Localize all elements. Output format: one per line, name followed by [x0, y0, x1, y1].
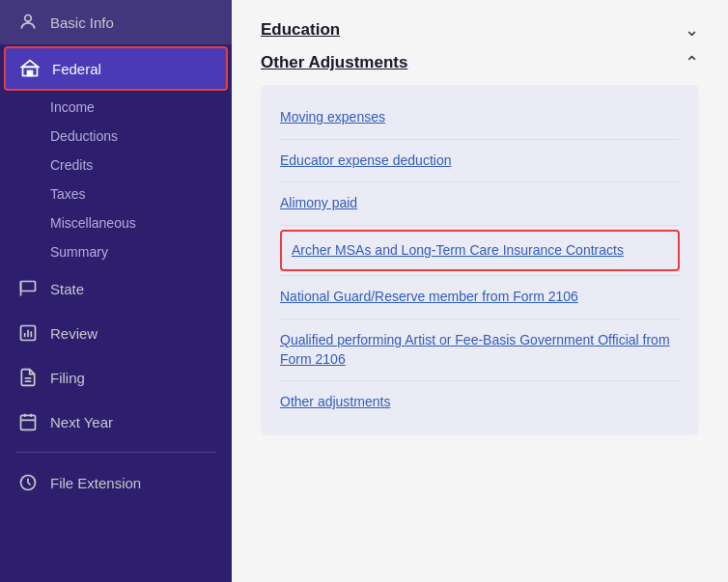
sidebar-item-next-year[interactable]: Next Year — [0, 400, 232, 444]
sidebar: Basic Info Federal Income Deductions Cre… — [0, 0, 232, 582]
moving-expenses-link[interactable]: Moving expenses — [280, 97, 680, 139]
sidebar-subitem-taxes[interactable]: Taxes — [50, 180, 232, 208]
education-section-header[interactable]: Education ⌄ — [261, 19, 699, 41]
sidebar-subitem-summary[interactable]: Summary — [50, 237, 232, 266]
svg-rect-4 — [21, 282, 36, 291]
education-title: Education — [261, 20, 340, 40]
svg-rect-3 — [31, 71, 33, 76]
other-adjustments-chevron-up-icon: ⌃ — [685, 52, 699, 73]
sidebar-item-review-label: Review — [50, 325, 98, 342]
sidebar-item-file-extension[interactable]: File Extension — [0, 460, 232, 505]
other-adjustments-link[interactable]: Other adjustments — [280, 381, 680, 424]
separator-3 — [280, 225, 680, 226]
sidebar-divider — [15, 452, 216, 453]
archer-msas-link[interactable]: Archer MSAs and Long-Term Care Insurance… — [280, 230, 680, 272]
sidebar-item-basic-info[interactable]: Basic Info — [0, 0, 232, 44]
sidebar-subitem-miscellaneous[interactable]: Miscellaneous — [50, 208, 232, 237]
person-icon — [17, 12, 39, 33]
alimony-paid-link[interactable]: Alimony paid — [280, 182, 680, 225]
sidebar-item-state[interactable]: State — [0, 266, 232, 311]
svg-rect-2 — [28, 71, 30, 76]
education-chevron-down-icon: ⌄ — [685, 19, 699, 41]
sidebar-subitem-deductions[interactable]: Deductions — [50, 122, 232, 151]
sidebar-item-state-label: State — [50, 281, 84, 297]
file-icon — [17, 367, 39, 388]
svg-rect-12 — [21, 415, 36, 430]
sidebar-item-review[interactable]: Review — [0, 311, 232, 355]
flag-icon — [17, 278, 39, 299]
sidebar-item-federal[interactable]: Federal — [4, 46, 228, 91]
sidebar-item-filing[interactable]: Filing — [0, 355, 232, 400]
other-adjustments-section-header[interactable]: Other Adjustments ⌃ — [261, 52, 699, 73]
sidebar-item-file-extension-label: File Extension — [50, 475, 141, 491]
other-adjustments-content: Moving expenses Educator expense deducti… — [261, 85, 699, 435]
sidebar-item-filing-label: Filing — [50, 370, 85, 386]
main-content: Education ⌄ Other Adjustments ⌃ Moving e… — [232, 0, 728, 582]
educator-expense-link[interactable]: Educator expense deduction — [280, 140, 680, 182]
sidebar-subitem-credits[interactable]: Credits — [50, 151, 232, 180]
building-icon — [19, 58, 41, 79]
national-guard-link[interactable]: National Guard/Reserve member from Form … — [280, 276, 680, 319]
svg-point-0 — [25, 15, 32, 22]
federal-subitems: Income Deductions Credits Taxes Miscella… — [0, 93, 232, 266]
qualified-performing-link[interactable]: Qualified performing Artist or Fee-Basis… — [280, 319, 680, 380]
sidebar-subitem-income[interactable]: Income — [50, 93, 232, 122]
calendar-icon — [17, 411, 39, 432]
sidebar-item-next-year-label: Next Year — [50, 414, 113, 430]
clock-icon — [17, 472, 39, 493]
other-adjustments-title: Other Adjustments — [261, 53, 407, 72]
chart-icon — [17, 322, 39, 344]
sidebar-item-federal-label: Federal — [52, 61, 101, 77]
sidebar-item-basic-info-label: Basic Info — [50, 14, 114, 31]
